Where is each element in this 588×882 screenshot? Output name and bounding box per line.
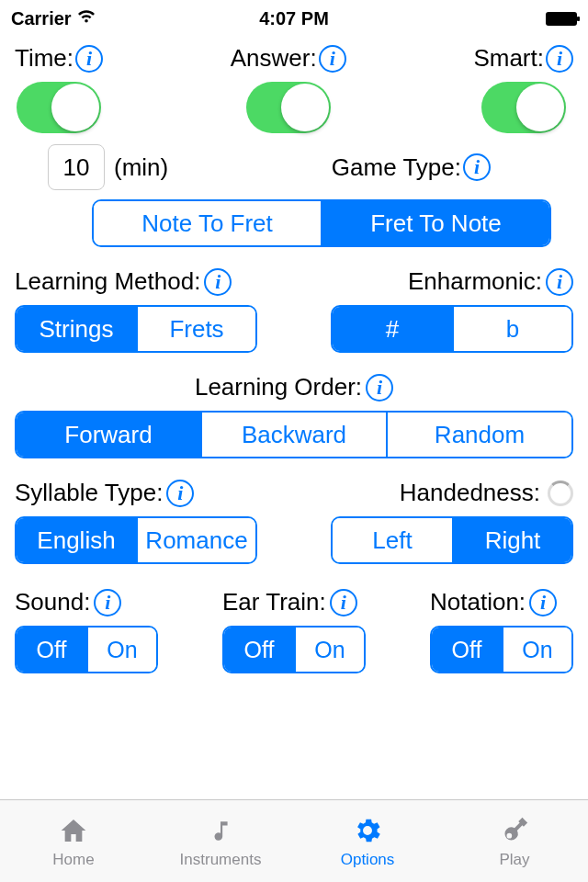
status-bar: Carrier 4:07 PM [0, 0, 588, 37]
learning-method-frets[interactable]: Frets [136, 307, 255, 351]
syllable-english[interactable]: English [17, 518, 136, 562]
tab-options[interactable]: Options [294, 800, 441, 882]
enharmonic-label: Enharmonic: [408, 267, 542, 296]
learning-method-segment: Strings Frets [15, 305, 257, 353]
tab-play[interactable]: Play [441, 800, 588, 882]
tab-label: Instruments [180, 851, 262, 869]
carrier-label: Carrier [11, 8, 72, 29]
info-icon[interactable]: i [75, 45, 103, 73]
game-type-note-to-fret[interactable]: Note To Fret [94, 201, 321, 245]
answer-toggle[interactable] [246, 82, 331, 133]
answer-label: Answer: [231, 44, 317, 73]
enharmonic-sharp[interactable]: # [333, 307, 452, 351]
sound-off[interactable]: Off [17, 628, 86, 672]
sound-on[interactable]: On [86, 628, 156, 672]
learning-order-label: Learning Order: [195, 373, 362, 401]
guitar-icon [498, 814, 531, 847]
time-toggle[interactable] [17, 82, 101, 133]
enharmonic-flat[interactable]: b [452, 307, 571, 351]
handedness-label: Handedness: [400, 479, 540, 507]
learning-order-segment: Forward Backward Random [15, 411, 573, 458]
handedness-right[interactable]: Right [452, 518, 571, 562]
learning-order-backward[interactable]: Backward [200, 413, 386, 457]
time-label: Time: [15, 44, 74, 73]
gear-icon [351, 814, 384, 847]
home-icon [57, 814, 90, 847]
info-icon[interactable]: i [366, 374, 393, 401]
ear-train-segment: Off On [222, 626, 366, 673]
tab-bar: Home Instruments Options Play [0, 799, 588, 882]
game-type-label: Game Type: [332, 153, 461, 182]
info-icon[interactable]: i [546, 45, 573, 73]
info-icon[interactable]: i [166, 480, 194, 507]
wifi-icon [77, 9, 96, 28]
notation-segment: Off On [430, 626, 573, 673]
ear-train-label: Ear Train: [222, 588, 326, 616]
notation-on[interactable]: On [502, 628, 571, 672]
learning-method-label: Learning Method: [15, 267, 200, 296]
time-minutes-input[interactable] [48, 144, 105, 190]
info-icon[interactable]: i [529, 589, 557, 616]
game-type-fret-to-note[interactable]: Fret To Note [321, 201, 549, 245]
info-icon[interactable]: i [204, 268, 232, 296]
loading-spinner-icon [548, 481, 573, 506]
syllable-type-label: Syllable Type: [15, 479, 163, 507]
handedness-left[interactable]: Left [333, 518, 452, 562]
tab-label: Options [341, 851, 395, 869]
ear-train-off[interactable]: Off [224, 628, 294, 672]
syllable-segment: English Romance [15, 516, 257, 564]
smart-label: Smart: [473, 44, 544, 73]
game-type-segment: Note To Fret Fret To Note [92, 199, 551, 247]
handedness-segment: Left Right [331, 516, 573, 564]
enharmonic-segment: # b [331, 305, 573, 353]
tab-instruments[interactable]: Instruments [147, 800, 294, 882]
minutes-unit-label: (min) [114, 153, 168, 182]
battery-icon [546, 12, 577, 26]
learning-order-forward[interactable]: Forward [17, 413, 200, 457]
tab-home[interactable]: Home [0, 800, 147, 882]
info-icon[interactable]: i [330, 589, 357, 616]
notation-off[interactable]: Off [432, 628, 502, 672]
sound-label: Sound: [15, 588, 90, 616]
learning-order-random[interactable]: Random [386, 413, 571, 457]
tab-label: Play [499, 851, 529, 869]
syllable-romance[interactable]: Romance [136, 518, 255, 562]
info-icon[interactable]: i [319, 45, 346, 73]
notation-label: Notation: [430, 588, 526, 616]
ear-train-on[interactable]: On [294, 628, 364, 672]
tab-label: Home [52, 851, 94, 869]
info-icon[interactable]: i [546, 268, 573, 296]
music-note-icon [204, 814, 237, 847]
learning-method-strings[interactable]: Strings [17, 307, 136, 351]
info-icon[interactable]: i [463, 153, 491, 181]
info-icon[interactable]: i [94, 589, 121, 616]
sound-segment: Off On [15, 626, 158, 673]
smart-toggle[interactable] [481, 82, 566, 133]
